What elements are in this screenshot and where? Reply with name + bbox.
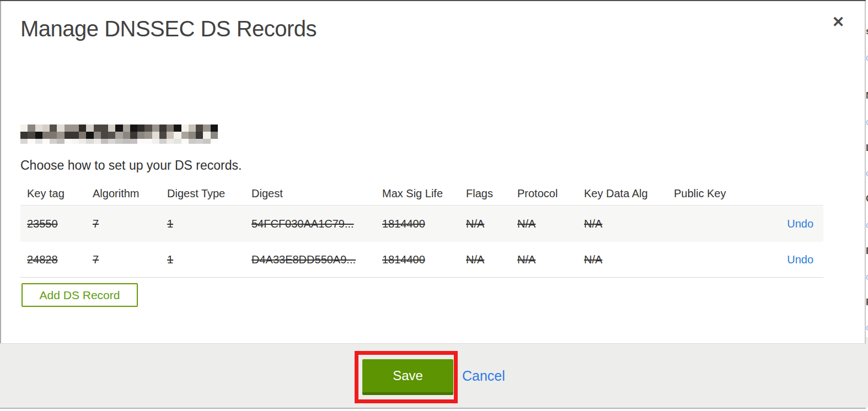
- background-text-fragment: N: [866, 91, 868, 100]
- column-header-digest-type: Digest Type: [167, 187, 251, 200]
- redaction-pixel: [115, 139, 122, 144]
- close-icon[interactable]: ✕: [827, 12, 849, 32]
- cell-key-tag: 23550: [27, 218, 93, 230]
- redaction-pixel: [115, 132, 122, 139]
- redaction-pixel: [35, 139, 42, 144]
- undo-link[interactable]: Undo: [787, 218, 813, 230]
- redaction-pixel: [28, 132, 35, 139]
- redaction-pixel: [159, 139, 167, 144]
- redaction-pixel: [28, 125, 35, 132]
- cell-algorithm: 7: [93, 253, 167, 266]
- redaction-pixel: [108, 125, 115, 132]
- redaction-pixel: [144, 139, 152, 144]
- redaction-pixel: [130, 132, 137, 139]
- redaction-pixel: [137, 132, 144, 139]
- redaction-pixel: [167, 139, 174, 144]
- window-bottom-border: [0, 408, 866, 409]
- redaction-pixel: [123, 125, 130, 132]
- background-page-sliver: sdNoLoCoEoPo: [866, 0, 868, 411]
- redaction-pixel: [50, 139, 57, 144]
- cell-digest-type: 1: [167, 218, 251, 230]
- table-header-row: Key tag Algorithm Digest Type Digest Max…: [20, 182, 823, 206]
- redaction-pixel: [101, 139, 108, 144]
- redaction-pixel: [152, 132, 159, 139]
- redaction-pixel: [211, 125, 218, 132]
- redaction-pixel: [203, 132, 210, 139]
- redaction-pixel: [144, 132, 152, 139]
- redaction-pixel: [72, 125, 79, 132]
- redaction-pixel: [79, 139, 86, 144]
- redaction-pixel: [65, 132, 72, 139]
- cell-max-sig-life: 1814400: [382, 218, 466, 230]
- cell-flags: N/A: [466, 218, 517, 230]
- redaction-pixel: [196, 139, 203, 144]
- redaction-pixel: [137, 139, 144, 144]
- redaction-pixel: [189, 139, 196, 144]
- redaction-pixel: [137, 125, 144, 132]
- background-text-fragment: d: [866, 53, 868, 62]
- redaction-pixel: [86, 132, 93, 139]
- redaction-pixel: [174, 132, 181, 139]
- redaction-pixel: [57, 132, 64, 139]
- window-top-border: [0, 0, 868, 1]
- redaction-pixel: [196, 132, 203, 139]
- redaction-pixel: [50, 125, 57, 132]
- cell-actions: Undo: [749, 218, 813, 230]
- redaction-pixel: [86, 139, 93, 144]
- dnssec-modal-screenshot: Manage DNSSEC DS Records ✕ Choose how to…: [0, 0, 868, 411]
- cell-max-sig-life: 1814400: [382, 253, 466, 266]
- redaction-pixel: [79, 125, 86, 132]
- redaction-pixel: [65, 139, 72, 144]
- redaction-pixel: [196, 125, 203, 132]
- redaction-pixel: [144, 125, 152, 132]
- redaction-pixel: [189, 125, 196, 132]
- redaction-pixel: [20, 139, 28, 144]
- redaction-pixel: [72, 139, 79, 144]
- background-text-fragment: o: [866, 220, 868, 230]
- column-header-max-sig-life: Max Sig Life: [382, 187, 466, 200]
- background-text-fragment: o: [866, 117, 868, 127]
- cell-digest: 54FCF030AA1C79...: [251, 218, 382, 230]
- add-ds-record-button[interactable]: Add DS Record: [22, 283, 138, 307]
- redaction-pixel: [108, 139, 115, 144]
- instruction-text: Choose how to set up your DS records.: [20, 158, 242, 173]
- ds-record-row: 23550 7 1 54FCF030AA1C79... 1814400 N/A …: [20, 206, 823, 242]
- redaction-pixel: [211, 139, 218, 144]
- column-header-protocol: Protocol: [517, 187, 584, 200]
- redaction-pixel: [181, 132, 189, 139]
- redaction-pixel: [123, 132, 130, 139]
- cell-flags: N/A: [466, 253, 517, 266]
- column-header-algorithm: Algorithm: [93, 187, 167, 200]
- redaction-pixel: [42, 125, 50, 132]
- cell-key-tag: 24828: [27, 253, 93, 266]
- save-button[interactable]: Save: [362, 359, 453, 395]
- redaction-pixel: [130, 125, 137, 132]
- redaction-pixel: [167, 125, 174, 132]
- redaction-pixel: [20, 125, 28, 132]
- redaction-pixel: [28, 139, 35, 144]
- redaction-pixel: [181, 125, 189, 132]
- redaction-pixel: [42, 132, 50, 139]
- background-text-fragment: L: [866, 143, 868, 153]
- redaction-pixel: [94, 139, 101, 144]
- redaction-pixel: [79, 132, 86, 139]
- cancel-link[interactable]: Cancel: [462, 368, 505, 384]
- redaction-pixel: [167, 132, 174, 139]
- background-page-footer-sliver: [866, 337, 868, 408]
- redaction-pixel: [203, 139, 210, 144]
- redaction-pixel: [94, 132, 101, 139]
- redaction-pixel: [159, 125, 167, 132]
- undo-link[interactable]: Undo: [787, 253, 813, 266]
- column-header-public-key: Public Key: [674, 187, 749, 200]
- redaction-pixel: [108, 132, 115, 139]
- cell-actions: Undo: [749, 253, 813, 266]
- column-header-key-tag: Key tag: [27, 187, 93, 200]
- cell-algorithm: 7: [93, 218, 167, 230]
- redaction-pixel: [42, 139, 50, 144]
- redaction-pixel: [57, 125, 64, 132]
- background-text-fragment: o: [866, 323, 868, 332]
- redaction-pixel: [72, 132, 79, 139]
- redaction-pixel: [101, 125, 108, 132]
- redaction-pixel: [174, 139, 181, 144]
- redaction-pixel: [203, 125, 210, 132]
